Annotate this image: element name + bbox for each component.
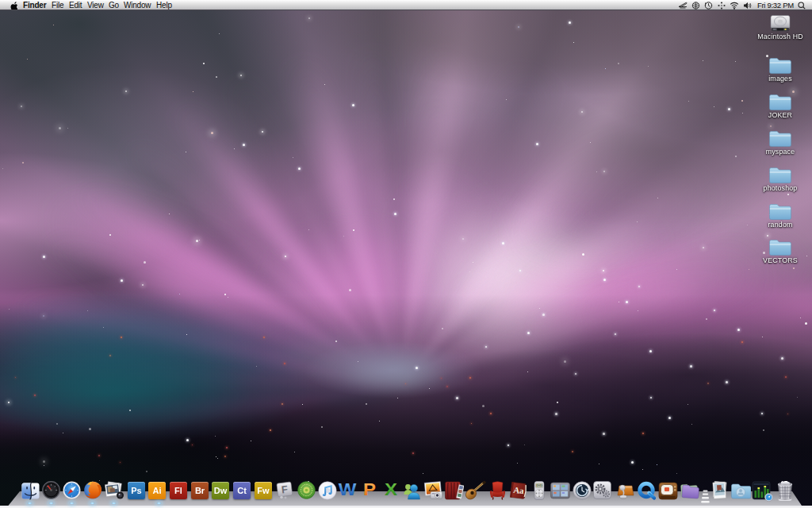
svg-text:W: W: [339, 481, 357, 499]
svg-text:Aa: Aa: [513, 485, 525, 496]
svg-text:P: P: [363, 481, 376, 499]
svg-text:DVD: DVD: [536, 484, 542, 487]
svg-text:X: X: [385, 481, 398, 499]
